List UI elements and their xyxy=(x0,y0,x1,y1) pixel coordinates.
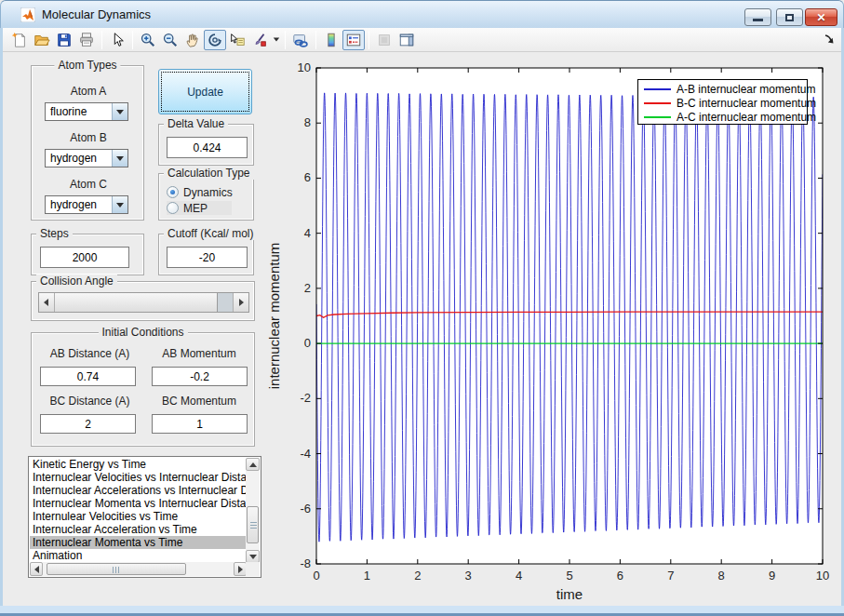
list-item[interactable]: Internulear Velocities vs Time xyxy=(30,510,247,523)
save-figure-button[interactable] xyxy=(53,30,75,50)
insert-legend-button[interactable] xyxy=(342,30,365,50)
radio-selected-icon xyxy=(167,186,179,198)
insert-colorbar-icon xyxy=(323,32,340,48)
list-item[interactable]: Internuclear Accelerations vs Internucle… xyxy=(30,484,247,497)
steps-field[interactable]: 2000 xyxy=(40,247,129,268)
delta-value-field[interactable]: 0.424 xyxy=(167,137,248,158)
dock-figure-icon[interactable] xyxy=(824,33,835,45)
svg-text:2: 2 xyxy=(414,569,421,583)
minimize-icon xyxy=(753,19,763,21)
scroll-up-button[interactable] xyxy=(246,458,260,471)
titlebar[interactable]: Molecular Dynamics ✕ xyxy=(0,0,844,28)
new-figure-button[interactable] xyxy=(8,30,31,50)
update-button[interactable]: Update xyxy=(158,69,252,114)
hide-plot-tools-icon xyxy=(376,32,393,48)
svg-text:8: 8 xyxy=(304,115,311,129)
svg-text:4: 4 xyxy=(516,569,522,583)
svg-text:7: 7 xyxy=(667,569,674,583)
insert-colorbar-button[interactable] xyxy=(320,30,342,50)
atom-b-label: Atom B xyxy=(32,131,145,144)
link-plot-button[interactable] xyxy=(289,30,312,50)
svg-text:internuclear momentum: internuclear momentum xyxy=(266,243,282,390)
zoom-out-icon xyxy=(162,32,179,48)
collision-angle-slider[interactable] xyxy=(38,292,249,313)
list-item[interactable]: Internuclear Velocities vs Internuclear … xyxy=(30,471,247,484)
atom-a-dropdown-button[interactable] xyxy=(112,103,127,120)
list-item[interactable]: Animation xyxy=(30,549,247,562)
dynamics-radio-label: Dynamics xyxy=(183,186,233,199)
scroll-right-button[interactable] xyxy=(234,562,247,576)
plot-axes-area[interactable]: 012345678910-8-6-4-20246810timeinternucl… xyxy=(266,52,844,607)
svg-text:6: 6 xyxy=(617,569,623,583)
bc-momentum-field[interactable]: 1 xyxy=(152,414,248,434)
list-item[interactable]: Internuclear Acceleration vs Time xyxy=(30,523,247,536)
slider-track[interactable] xyxy=(218,293,233,312)
close-button[interactable]: ✕ xyxy=(805,8,837,26)
vertical-scroll-thumb[interactable] xyxy=(247,506,259,543)
atom-b-dropdown[interactable]: hydrogen xyxy=(45,149,128,167)
slider-thumb[interactable] xyxy=(55,293,218,312)
horizontal-scrollbar[interactable] xyxy=(30,562,247,576)
plot-legend[interactable]: A-B internuclear momentumB-C internuclea… xyxy=(637,79,808,125)
restore-button[interactable] xyxy=(776,8,803,26)
scroll-down-button[interactable] xyxy=(246,550,260,563)
restore-icon xyxy=(785,14,794,21)
ab-distance-field[interactable]: 0.74 xyxy=(40,367,136,386)
ab-distance-label: AB Distance (A) xyxy=(36,347,143,360)
zoom-in-icon xyxy=(140,32,156,48)
window-border-left xyxy=(0,28,3,616)
edit-cursor-icon xyxy=(109,32,126,48)
atom-c-dropdown-button[interactable] xyxy=(112,196,127,213)
legend-line-sample xyxy=(644,88,671,90)
print-figure-button[interactable] xyxy=(75,30,98,50)
atom-b-dropdown-button[interactable] xyxy=(112,150,127,167)
link-plot-icon xyxy=(292,32,309,48)
brush-data-button[interactable] xyxy=(248,30,271,50)
arrow-down-icon xyxy=(249,555,257,559)
list-item[interactable]: Internuclear Momenta vs Internuclear Dis… xyxy=(30,497,247,510)
matlab-icon xyxy=(20,7,35,22)
open-file-button[interactable] xyxy=(31,30,53,50)
save-figure-icon xyxy=(56,32,73,48)
ab-momentum-field[interactable]: -0.2 xyxy=(152,367,248,386)
bc-distance-label: BC Distance (A) xyxy=(36,395,143,408)
minimize-button[interactable] xyxy=(744,8,771,26)
legend-line-sample xyxy=(644,102,671,104)
bc-distance-field[interactable]: 2 xyxy=(40,414,136,434)
show-plot-tools-button[interactable] xyxy=(395,30,418,50)
list-item[interactable]: Internuclear Momenta vs Time xyxy=(30,536,247,549)
arrow-right-icon xyxy=(238,566,243,573)
atom-types-title: Atom Types xyxy=(54,59,120,72)
hide-plot-tools-button[interactable] xyxy=(373,30,395,50)
chevron-down-icon xyxy=(116,203,124,208)
edit-cursor-button[interactable] xyxy=(106,30,128,50)
plot-type-listbox: Kinetic Energy vs Time Internuclear Velo… xyxy=(28,456,261,578)
slider-right-arrow[interactable] xyxy=(233,293,248,312)
arrow-right-icon xyxy=(239,299,244,306)
zoom-in-button[interactable] xyxy=(137,30,159,50)
vertical-scrollbar[interactable] xyxy=(246,458,260,563)
initial-conditions-title: Initial Conditions xyxy=(98,326,187,339)
atom-c-label: Atom C xyxy=(32,178,145,191)
calculation-type-title: Calculation Type xyxy=(164,167,254,180)
mep-radio-label: MEP xyxy=(183,202,208,215)
data-cursor-button[interactable] xyxy=(226,30,248,50)
legend-line-sample xyxy=(644,116,671,118)
atom-c-dropdown[interactable]: hydrogen xyxy=(45,195,128,214)
cutoff-field[interactable]: -20 xyxy=(167,247,248,268)
mep-radio[interactable]: MEP xyxy=(167,201,232,215)
brush-dropdown-button[interactable] xyxy=(271,30,281,50)
scroll-left-button[interactable] xyxy=(30,562,43,576)
rotate-3d-button[interactable] xyxy=(204,30,226,50)
horizontal-scroll-thumb[interactable] xyxy=(47,563,186,575)
list-item[interactable]: Kinetic Energy vs Time xyxy=(30,458,247,471)
momentum-plot[interactable]: 012345678910-8-6-4-20246810timeinternucl… xyxy=(266,52,844,607)
legend-entry: B-C internuclear momentum xyxy=(644,96,807,110)
dynamics-radio[interactable]: Dynamics xyxy=(167,185,233,199)
pan-button[interactable] xyxy=(181,30,204,50)
toolbar-separator xyxy=(285,31,286,49)
slider-left-arrow[interactable] xyxy=(39,293,55,312)
toolbar-separator xyxy=(132,31,133,49)
zoom-out-button[interactable] xyxy=(159,30,181,50)
atom-a-dropdown[interactable]: fluorine xyxy=(45,102,128,121)
